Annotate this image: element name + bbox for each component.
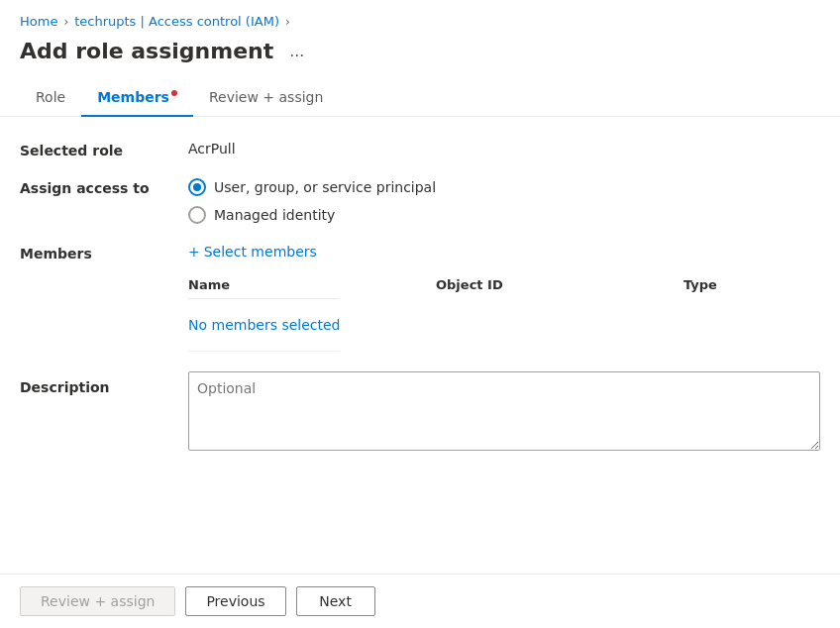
col-name-header: Name xyxy=(188,277,436,292)
description-label: Description xyxy=(20,371,188,395)
breadcrumb-sep2: › xyxy=(285,15,290,29)
description-textarea[interactable] xyxy=(188,371,820,451)
col-type-header: Type xyxy=(683,277,717,292)
members-table: Name Object ID Type No members selected xyxy=(188,271,340,352)
breadcrumb-section[interactable]: techrupts | Access control (IAM) xyxy=(74,14,279,29)
members-row: Members + Select members Name Object ID … xyxy=(20,244,820,352)
page-title: Add role assignment xyxy=(20,39,273,63)
tab-review-assign[interactable]: Review + assign xyxy=(193,79,339,117)
no-members-text: No members selected xyxy=(188,307,340,343)
radio-user-group-label: User, group, or service principal xyxy=(214,179,436,195)
page-header: Add role assignment ... xyxy=(0,35,840,79)
tab-role[interactable]: Role xyxy=(20,79,81,117)
assign-access-row: Assign access to User, group, or service… xyxy=(20,178,820,224)
radio-managed-identity[interactable]: Managed identity xyxy=(188,206,436,224)
col-objectid-header: Object ID xyxy=(436,277,683,292)
description-row: Description xyxy=(20,371,820,451)
selected-role-label: Selected role xyxy=(20,141,188,158)
breadcrumb-home[interactable]: Home xyxy=(20,14,57,29)
breadcrumb-sep1: › xyxy=(63,15,68,29)
review-assign-button[interactable]: Review + assign xyxy=(20,586,175,616)
plus-icon: + xyxy=(188,244,200,260)
select-members-text: Select members xyxy=(204,244,317,260)
members-dot xyxy=(171,90,177,96)
ellipsis-button[interactable]: ... xyxy=(283,39,310,63)
radio-managed-identity-label: Managed identity xyxy=(214,207,335,223)
selected-role-value: AcrPull xyxy=(188,141,236,157)
tab-bar: Role Members Review + assign xyxy=(0,79,840,117)
breadcrumb: Home › techrupts | Access control (IAM) … xyxy=(0,0,840,35)
radio-managed-identity-circle xyxy=(188,206,206,224)
assign-access-label: Assign access to xyxy=(20,178,188,196)
previous-button[interactable]: Previous xyxy=(185,586,285,616)
table-header: Name Object ID Type xyxy=(188,271,340,299)
members-section: + Select members Name Object ID Type No … xyxy=(188,244,340,352)
select-members-link[interactable]: + Select members xyxy=(188,244,317,260)
tab-members[interactable]: Members xyxy=(81,79,193,117)
next-button[interactable]: Next xyxy=(296,586,375,616)
radio-user-group[interactable]: User, group, or service principal xyxy=(188,178,436,196)
radio-user-group-circle xyxy=(188,178,206,196)
footer: Review + assign Previous Next xyxy=(0,574,840,628)
radio-group: User, group, or service principal Manage… xyxy=(188,178,436,224)
form-content: Selected role AcrPull Assign access to U… xyxy=(0,141,840,451)
members-label: Members xyxy=(20,244,188,262)
table-empty-row: No members selected xyxy=(188,299,340,352)
selected-role-row: Selected role AcrPull xyxy=(20,141,820,158)
